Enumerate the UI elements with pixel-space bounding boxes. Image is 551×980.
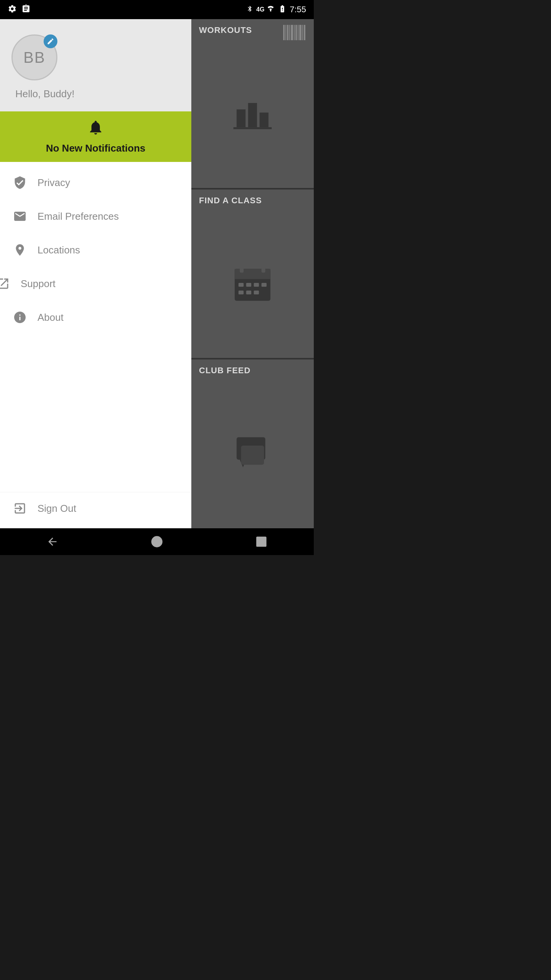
sign-out-label: Sign Out <box>37 503 76 514</box>
svg-point-29 <box>152 537 162 547</box>
bar-chart-icon <box>233 95 272 131</box>
location-icon <box>11 242 28 258</box>
svg-rect-14 <box>233 127 272 129</box>
profile-header: BB Hello, Buddy! <box>0 19 191 111</box>
calendar-icon <box>233 264 272 304</box>
sidebar: BB Hello, Buddy! No New Notifications <box>0 19 191 528</box>
clock: 7:55 <box>290 5 306 15</box>
external-link-icon <box>0 275 11 292</box>
bell-icon <box>87 119 104 139</box>
about-label: About <box>37 312 64 323</box>
status-bar-right: 4G 7:55 <box>246 5 306 15</box>
bottom-nav <box>0 528 314 555</box>
sign-out-area: Sign Out <box>0 492 191 528</box>
svg-rect-12 <box>248 103 257 127</box>
notification-text: No New Notifications <box>46 142 145 154</box>
find-a-class-card[interactable]: FIND A CLASS <box>191 189 314 358</box>
svg-rect-3 <box>289 25 290 40</box>
status-bar-left <box>8 4 31 15</box>
sign-out-icon <box>11 500 28 517</box>
svg-rect-21 <box>254 283 259 287</box>
svg-rect-28 <box>241 446 264 465</box>
privacy-label: Privacy <box>37 177 70 189</box>
svg-rect-5 <box>294 25 295 40</box>
info-icon <box>11 309 28 326</box>
club-feed-card[interactable]: CLUB FEED <box>191 359 314 528</box>
chat-icon-area <box>191 379 314 528</box>
calendar-icon-area <box>191 209 314 358</box>
svg-rect-25 <box>254 291 259 294</box>
signal-icon <box>267 5 275 14</box>
svg-rect-8 <box>299 25 302 40</box>
svg-rect-2 <box>287 25 289 40</box>
menu-item-about[interactable]: About <box>0 301 191 334</box>
settings-icon <box>8 4 17 15</box>
svg-rect-11 <box>236 109 245 127</box>
svg-rect-13 <box>259 113 268 127</box>
greeting-text: Hello, Buddy! <box>15 88 75 100</box>
back-button[interactable] <box>46 536 59 548</box>
shield-icon <box>11 174 28 191</box>
workouts-icon-area <box>191 39 314 188</box>
svg-rect-30 <box>257 537 266 546</box>
svg-rect-1 <box>285 25 286 40</box>
svg-rect-20 <box>246 283 251 287</box>
chat-icon <box>233 434 272 474</box>
club-feed-title: CLUB FEED <box>191 359 314 379</box>
bluetooth-icon <box>246 5 253 15</box>
edit-avatar-button[interactable] <box>44 34 57 48</box>
status-bar: 4G 7:55 <box>0 0 314 19</box>
svg-rect-23 <box>238 291 243 294</box>
svg-rect-10 <box>304 25 305 40</box>
email-preferences-label: Email Preferences <box>37 211 119 222</box>
svg-rect-6 <box>295 25 297 40</box>
battery-icon <box>278 5 287 15</box>
svg-rect-18 <box>261 265 265 273</box>
right-panel: WORKOUTS FIND A CLASS <box>191 19 314 528</box>
main-container: BB Hello, Buddy! No New Notifications <box>0 19 314 528</box>
sign-out-button[interactable]: Sign Out <box>11 500 180 517</box>
menu-item-support[interactable]: Support <box>0 267 191 301</box>
svg-rect-24 <box>246 291 251 294</box>
recents-button[interactable] <box>255 536 267 548</box>
svg-rect-19 <box>238 283 243 287</box>
notification-banner: No New Notifications <box>0 111 191 162</box>
svg-rect-4 <box>291 25 293 40</box>
menu-item-email-preferences[interactable]: Email Preferences <box>0 199 191 233</box>
locations-label: Locations <box>37 244 80 256</box>
avatar-container: BB <box>11 34 57 80</box>
svg-rect-7 <box>298 25 298 40</box>
svg-rect-9 <box>302 25 303 40</box>
svg-rect-17 <box>240 265 244 273</box>
svg-rect-22 <box>261 283 266 287</box>
menu-item-privacy[interactable]: Privacy <box>0 166 191 199</box>
find-a-class-title: FIND A CLASS <box>191 189 314 209</box>
home-button[interactable] <box>151 536 163 548</box>
menu-item-locations[interactable]: Locations <box>0 233 191 267</box>
workouts-card[interactable]: WORKOUTS <box>191 19 314 188</box>
network-label: 4G <box>256 6 264 13</box>
clipboard-icon <box>21 4 31 15</box>
avatar-initials: BB <box>23 49 45 66</box>
email-icon <box>11 208 28 225</box>
menu-list: Privacy Email Preferences Location <box>0 162 191 492</box>
svg-rect-0 <box>283 25 285 40</box>
support-label: Support <box>21 278 55 290</box>
barcode-icon[interactable] <box>283 23 306 44</box>
